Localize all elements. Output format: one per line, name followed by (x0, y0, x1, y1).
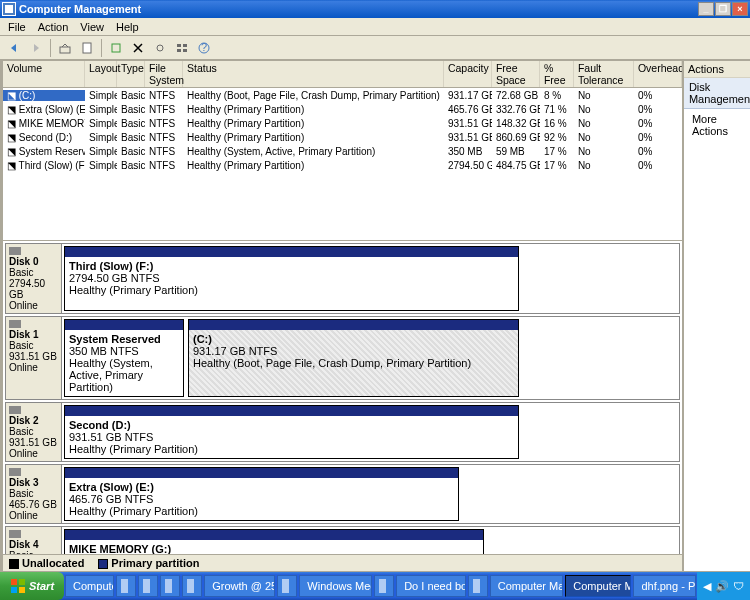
toolbar: ? (0, 36, 750, 60)
col-overhead[interactable]: Overhead (634, 61, 682, 87)
minimize-button[interactable]: _ (698, 2, 714, 16)
taskbar-task[interactable]: Do I need both… (396, 575, 465, 597)
col-layout[interactable]: Layout (85, 61, 117, 87)
disk-row[interactable]: Disk 0Basic2794.50 GBOnline Third (Slow)… (5, 243, 680, 314)
forward-button[interactable] (26, 38, 46, 58)
volume-list[interactable]: Volume Layout Type File System Status Ca… (3, 61, 682, 241)
menu-file[interactable]: File (2, 20, 32, 34)
actions-header: Actions (684, 61, 750, 78)
refresh-button[interactable] (106, 38, 126, 58)
help-icon[interactable]: ? (194, 38, 214, 58)
partition[interactable]: System Reserved350 MB NTFSHealthy (Syste… (64, 319, 184, 397)
taskbar[interactable]: Start ComputerGrowth @ 25%…Windows Media… (0, 572, 750, 600)
tray-icon[interactable]: 🛡 (733, 580, 744, 592)
col-pctfree[interactable]: % Free (540, 61, 574, 87)
svg-rect-9 (183, 49, 187, 52)
col-volume[interactable]: Volume (3, 61, 85, 87)
taskbar-task[interactable] (160, 575, 180, 597)
properties-button[interactable] (77, 38, 97, 58)
disk-management-content: Volume Layout Type File System Status Ca… (2, 60, 683, 572)
svg-rect-39 (379, 579, 386, 593)
menu-help[interactable]: Help (110, 20, 145, 34)
disk-info[interactable]: Disk 4Basic931.51 GBOnline (6, 527, 62, 554)
taskbar-task[interactable]: dhf.png - Paint (633, 575, 696, 597)
volume-row[interactable]: ⬔ Second (D:)SimpleBasicNTFSHealthy (Pri… (3, 130, 682, 144)
svg-rect-1 (5, 5, 13, 13)
disk-info[interactable]: Disk 0Basic2794.50 GBOnline (6, 244, 62, 313)
disk-row[interactable]: Disk 1Basic931.51 GBOnline System Reserv… (5, 316, 680, 400)
col-filesystem[interactable]: File System (145, 61, 183, 87)
delete-button[interactable] (128, 38, 148, 58)
svg-rect-37 (282, 579, 289, 593)
up-button[interactable] (55, 38, 75, 58)
windows-logo-icon (10, 578, 26, 594)
menu-view[interactable]: View (74, 20, 110, 34)
disk-info[interactable]: Disk 2Basic931.51 GBOnline (6, 403, 62, 461)
svg-rect-26 (9, 530, 21, 538)
disk-info[interactable]: Disk 3Basic465.76 GBOnline (6, 465, 62, 523)
more-actions[interactable]: More Actions ▸ (684, 109, 750, 141)
col-freespace[interactable]: Free Space (492, 61, 540, 87)
partition[interactable]: Extra (Slow) (E:)465.76 GB NTFSHealthy (… (64, 467, 459, 521)
taskbar-task[interactable]: Computer Ma… (565, 575, 631, 597)
taskbar-task[interactable] (277, 575, 297, 597)
taskbar-task[interactable] (138, 575, 158, 597)
menu-action[interactable]: Action (32, 20, 75, 34)
svg-rect-2 (60, 47, 70, 53)
col-capacity[interactable]: Capacity (444, 61, 492, 87)
volume-row[interactable]: ⬔ Extra (Slow) (E:)SimpleBasicNTFSHealth… (3, 102, 682, 116)
legend-primary-label: Primary partition (111, 557, 199, 569)
start-button[interactable]: Start (0, 572, 64, 600)
taskbar-task[interactable] (182, 575, 202, 597)
svg-rect-6 (177, 44, 181, 47)
close-button[interactable]: × (732, 2, 748, 16)
taskbar-task[interactable]: Computer Mana… (490, 575, 563, 597)
disk-row[interactable]: Disk 2Basic931.51 GBOnline Second (D:)93… (5, 402, 680, 462)
col-type[interactable]: Type (117, 61, 145, 87)
disk-row[interactable]: Disk 3Basic465.76 GBOnline Extra (Slow) … (5, 464, 680, 524)
col-status[interactable]: Status (183, 61, 444, 87)
view-icon[interactable] (172, 38, 192, 58)
volume-row[interactable]: ⬔ (C:)SimpleBasicNTFSHealthy (Boot, Page… (3, 88, 682, 102)
window-title: Computer Management (19, 3, 141, 15)
col-fault[interactable]: Fault Tolerance (574, 61, 634, 87)
partition[interactable]: Third (Slow) (F:)2794.50 GB NTFSHealthy … (64, 246, 519, 311)
volume-row[interactable]: ⬔ System ReservedSimpleBasicNTFSHealthy … (3, 144, 682, 158)
settings-icon[interactable] (150, 38, 170, 58)
disk-info[interactable]: Disk 1Basic931.51 GBOnline (6, 317, 62, 399)
partition[interactable]: Second (D:)931.51 GB NTFSHealthy (Primar… (64, 405, 519, 459)
app-icon (2, 2, 16, 16)
actions-section[interactable]: Disk Management ▲ (684, 78, 750, 109)
taskbar-task[interactable]: Windows Media… (299, 575, 372, 597)
legend-primary-swatch (98, 559, 108, 569)
back-button[interactable] (4, 38, 24, 58)
svg-rect-23 (9, 320, 21, 328)
partition[interactable]: MIKE MEMORY (G:)931.51 GB NTFSHealthy (P… (64, 529, 484, 554)
svg-point-5 (157, 45, 163, 51)
svg-rect-7 (183, 44, 187, 47)
taskbar-task[interactable] (468, 575, 488, 597)
tray-icon[interactable]: 🔊 (715, 580, 729, 593)
volume-row[interactable]: ⬔ MIKE MEMORY (G:)SimpleBasicNTFSHealthy… (3, 116, 682, 130)
disk-graphical-view[interactable]: Disk 0Basic2794.50 GBOnline Third (Slow)… (3, 241, 682, 554)
maximize-button[interactable]: ❐ (715, 2, 731, 16)
tray-icon[interactable]: ◀ (703, 580, 711, 593)
taskbar-task[interactable] (116, 575, 136, 597)
taskbar-task[interactable] (374, 575, 394, 597)
svg-rect-22 (9, 247, 21, 255)
taskbar-task[interactable]: Growth @ 25%… (204, 575, 275, 597)
svg-rect-4 (112, 44, 120, 52)
svg-rect-41 (473, 579, 480, 593)
volume-list-header[interactable]: Volume Layout Type File System Status Ca… (3, 61, 682, 88)
svg-rect-35 (187, 579, 194, 593)
title-bar: Computer Management _ ❐ × (0, 0, 750, 18)
svg-rect-24 (9, 406, 21, 414)
svg-rect-32 (121, 579, 128, 593)
svg-rect-30 (19, 587, 25, 593)
disk-row[interactable]: Disk 4Basic931.51 GBOnline MIKE MEMORY (… (5, 526, 680, 554)
system-tray[interactable]: ◀ 🔊 🛡 (697, 572, 750, 600)
volume-row[interactable]: ⬔ Third (Slow) (F:)SimpleBasicNTFSHealth… (3, 158, 682, 172)
partition[interactable]: (C:)931.17 GB NTFSHealthy (Boot, Page Fi… (188, 319, 519, 397)
taskbar-task[interactable]: Computer (65, 575, 114, 597)
actions-pane: Actions Disk Management ▲ More Actions ▸ (683, 60, 750, 572)
